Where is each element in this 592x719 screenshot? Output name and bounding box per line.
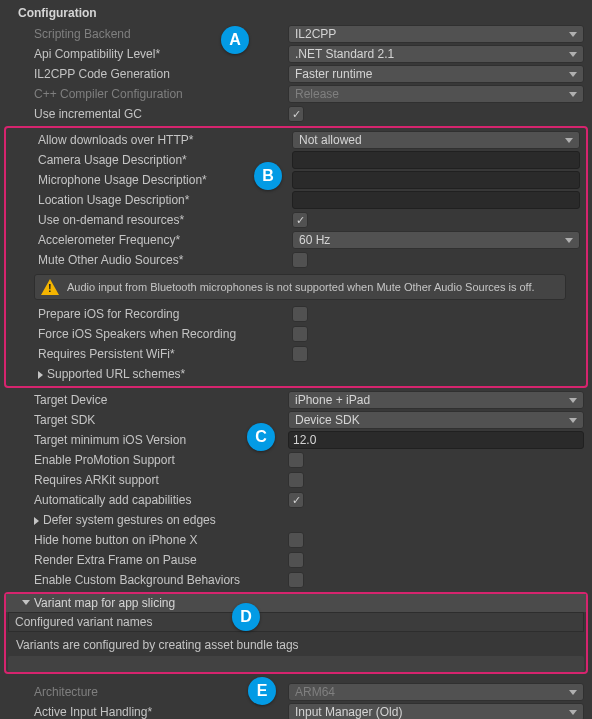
label-extra-frame: Render Extra Frame on Pause xyxy=(6,553,288,567)
badge-a: A xyxy=(221,26,249,54)
chevron-down-icon xyxy=(565,238,573,243)
section-d-box: Variant map for app slicing Configured v… xyxy=(4,592,588,674)
label-target-device: Target Device xyxy=(6,393,288,407)
chevron-down-icon xyxy=(569,710,577,715)
label-prepare-rec: Prepare iOS for Recording xyxy=(10,307,292,321)
label-auto-cap: Automatically add capabilities xyxy=(6,493,288,507)
label-arkit: Requires ARKit support xyxy=(6,473,288,487)
label-il2cpp-gen: IL2CPP Code Generation xyxy=(6,67,288,81)
dropdown-target-sdk[interactable]: Device SDK xyxy=(288,411,584,429)
foldout-icon xyxy=(38,371,43,379)
chevron-down-icon xyxy=(565,138,573,143)
label-promotion: Enable ProMotion Support xyxy=(6,453,288,467)
section-b-box: Allow downloads over HTTP* Not allowed C… xyxy=(4,126,588,388)
checkbox-promotion[interactable] xyxy=(288,452,304,468)
badge-b: B xyxy=(254,162,282,190)
label-incremental-gc: Use incremental GC xyxy=(6,107,288,121)
label-camera-desc: Camera Usage Description* xyxy=(10,153,292,167)
variant-configured-names: Configured variant names xyxy=(8,612,584,632)
warning-text: Audio input from Bluetooth microphones i… xyxy=(67,281,535,293)
label-on-demand: Use on-demand resources* xyxy=(10,213,292,227)
input-loc-desc[interactable] xyxy=(292,191,580,209)
label-persist-wifi: Requires Persistent WiFi* xyxy=(10,347,292,361)
badge-d: D xyxy=(232,603,260,631)
label-api-compat: Api Compatibility Level* xyxy=(6,47,288,61)
badge-c: C xyxy=(247,423,275,451)
checkbox-custom-bg[interactable] xyxy=(288,572,304,588)
badge-e: E xyxy=(248,677,276,705)
variant-message: Variants are configured by creating asse… xyxy=(6,632,586,654)
label-architecture: Architecture xyxy=(6,685,288,699)
checkbox-arkit[interactable] xyxy=(288,472,304,488)
label-min-ios: Target minimum iOS Version xyxy=(6,433,288,447)
label-hide-home: Hide home button on iPhone X xyxy=(6,533,288,547)
dropdown-api-compat[interactable]: .NET Standard 2.1 xyxy=(288,45,584,63)
chevron-down-icon xyxy=(569,418,577,423)
foldout-icon xyxy=(34,517,39,525)
dropdown-accel-freq[interactable]: 60 Hz xyxy=(292,231,580,249)
dropdown-il2cpp-gen[interactable]: Faster runtime xyxy=(288,65,584,83)
checkbox-force-speakers[interactable] xyxy=(292,326,308,342)
label-accel-freq: Accelerometer Frequency* xyxy=(10,233,292,247)
input-mic-desc[interactable] xyxy=(292,171,580,189)
checkbox-persist-wifi[interactable] xyxy=(292,346,308,362)
dropdown-target-device[interactable]: iPhone + iPad xyxy=(288,391,584,409)
dropdown-cpp-compiler[interactable]: Release xyxy=(288,85,584,103)
checkbox-on-demand[interactable] xyxy=(292,212,308,228)
label-target-sdk: Target SDK xyxy=(6,413,288,427)
label-input-handling: Active Input Handling* xyxy=(6,705,288,719)
label-loc-desc: Location Usage Description* xyxy=(10,193,292,207)
checkbox-auto-cap[interactable] xyxy=(288,492,304,508)
dropdown-input-handling[interactable]: Input Manager (Old) xyxy=(288,703,584,719)
label-mic-desc: Microphone Usage Description* xyxy=(10,173,292,187)
dropdown-architecture[interactable]: ARM64 xyxy=(288,683,584,701)
chevron-down-icon xyxy=(569,398,577,403)
input-min-ios[interactable] xyxy=(288,431,584,449)
section-header: Configuration xyxy=(2,4,590,24)
label-custom-bg: Enable Custom Background Behaviors xyxy=(6,573,288,587)
foldout-open-icon xyxy=(22,600,30,605)
variant-empty-bar xyxy=(8,656,584,672)
chevron-down-icon xyxy=(569,52,577,57)
checkbox-incremental-gc[interactable] xyxy=(288,106,304,122)
foldout-defer-gestures[interactable]: Defer system gestures on edges xyxy=(6,513,288,527)
chevron-down-icon xyxy=(569,32,577,37)
chevron-down-icon xyxy=(569,690,577,695)
input-camera-desc[interactable] xyxy=(292,151,580,169)
label-allow-http: Allow downloads over HTTP* xyxy=(10,133,292,147)
label-force-speakers: Force iOS Speakers when Recording xyxy=(10,327,292,341)
checkbox-mute-other[interactable] xyxy=(292,252,308,268)
chevron-down-icon xyxy=(569,72,577,77)
chevron-down-icon xyxy=(569,92,577,97)
warning-box: Audio input from Bluetooth microphones i… xyxy=(34,274,566,300)
dropdown-scripting-backend[interactable]: IL2CPP xyxy=(288,25,584,43)
checkbox-extra-frame[interactable] xyxy=(288,552,304,568)
label-mute-other: Mute Other Audio Sources* xyxy=(10,253,292,267)
foldout-url-schemes[interactable]: Supported URL schemes* xyxy=(10,367,292,381)
label-cpp-compiler: C++ Compiler Configuration xyxy=(6,87,288,101)
dropdown-allow-http[interactable]: Not allowed xyxy=(292,131,580,149)
checkbox-hide-home[interactable] xyxy=(288,532,304,548)
warning-icon xyxy=(41,279,59,295)
foldout-variant-map[interactable]: Variant map for app slicing xyxy=(6,594,586,612)
checkbox-prepare-rec[interactable] xyxy=(292,306,308,322)
